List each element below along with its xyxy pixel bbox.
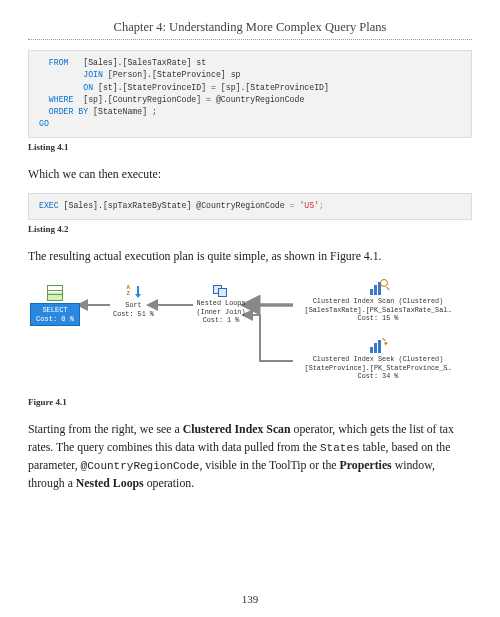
- sql-keyword: EXEC: [39, 201, 59, 210]
- header-rule: [28, 39, 472, 40]
- node-label: Sort: [106, 301, 161, 309]
- paragraph: The resulting actual execution plan is q…: [28, 248, 472, 266]
- plan-node-index-seek: Clustered Index Seek (Clustered) [StateP…: [288, 339, 468, 380]
- sql-keyword: FROM: [49, 58, 69, 67]
- bold-term: Properties: [340, 458, 392, 472]
- sort-icon: AZ: [127, 285, 141, 299]
- sql-keyword: GO: [39, 119, 49, 128]
- code-listing-4-2: EXEC [Sales].[spTaxRateByState] @Country…: [28, 193, 472, 219]
- sql-fragment: [st].[StateProvinceID] = [sp].[StateProv…: [93, 83, 329, 92]
- bold-term: Nested Loops: [76, 476, 144, 490]
- listing-4-1-label: Listing 4.1: [28, 142, 472, 152]
- table-result-icon: [47, 285, 63, 301]
- figure-4-1-label: Figure 4.1: [28, 397, 472, 407]
- nested-loops-icon: [213, 283, 229, 297]
- plan-node-sort: AZ Sort Cost: 51 %: [106, 285, 161, 318]
- sql-fragment: [Sales].[spTaxRateByState]: [59, 201, 197, 210]
- text-run: Starting from the right, we see a: [28, 422, 183, 436]
- text-run: , visible in the ToolTip or the: [199, 458, 339, 472]
- page: Chapter 4: Understanding More Complex Qu…: [0, 0, 500, 617]
- sql-keyword: JOIN: [83, 70, 103, 79]
- clustered-index-seek-icon: [370, 339, 386, 353]
- sql-operator: ;: [319, 201, 324, 210]
- paragraph: Which we can then execute:: [28, 166, 472, 184]
- sql-string: 'US': [299, 201, 319, 210]
- sql-keyword: ORDER BY: [49, 107, 88, 116]
- text-run: operation.: [144, 476, 194, 490]
- sql-fragment: [sp].[CountryRegionCode] = @CountryRegio…: [73, 95, 304, 104]
- plan-node-select: SELECT Cost: 0 %: [30, 285, 80, 326]
- sql-fragment: [StateName] ;: [88, 107, 157, 116]
- node-sublabel: [StateProvince].[PK_StateProvince_S…: [288, 364, 468, 372]
- code-listing-4-1: FROM [Sales].[SalesTaxRate] st JOIN [Per…: [28, 50, 472, 138]
- sql-variable: @CountryRegionCode: [196, 201, 284, 210]
- listing-4-2-label: Listing 4.2: [28, 224, 472, 234]
- sql-fragment: [Person].[StateProvince] sp: [103, 70, 241, 79]
- node-cost: Cost: 15 %: [288, 314, 468, 322]
- node-label: Nested Loops: [186, 299, 256, 307]
- sql-keyword: WHERE: [49, 95, 74, 104]
- code-inline: States: [320, 442, 360, 454]
- node-label: Clustered Index Scan (Clustered): [288, 297, 468, 305]
- code-inline: @CountryRegionCode: [81, 460, 200, 472]
- select-cost-box: SELECT Cost: 0 %: [30, 303, 80, 326]
- plan-node-nested-loops: Nested Loops (Inner Join) Cost: 1 %: [186, 283, 256, 324]
- node-cost: Cost: 0 %: [35, 315, 75, 323]
- plan-node-index-scan: Clustered Index Scan (Clustered) [SalesT…: [288, 281, 468, 322]
- bold-term: Clustered Index Scan: [183, 422, 291, 436]
- sql-fragment: [Sales].[SalesTaxRate] st: [68, 58, 206, 67]
- node-label: SELECT: [35, 306, 75, 314]
- page-number: 139: [0, 593, 500, 605]
- node-cost: Cost: 51 %: [106, 310, 161, 318]
- paragraph: Starting from the right, we see a Cluste…: [28, 421, 472, 492]
- node-sublabel: [SalesTaxRate].[PK_SalesTaxRate_Sal…: [288, 306, 468, 314]
- sql-keyword: ON: [83, 83, 93, 92]
- node-label: Clustered Index Seek (Clustered): [288, 355, 468, 363]
- node-cost: Cost: 34 %: [288, 372, 468, 380]
- chapter-title: Chapter 4: Understanding More Complex Qu…: [28, 20, 472, 35]
- node-sublabel: (Inner Join): [186, 308, 256, 316]
- sql-operator: =: [285, 201, 300, 210]
- execution-plan-diagram: SELECT Cost: 0 % AZ Sort Cost: 51 % Nest…: [28, 275, 472, 395]
- clustered-index-scan-icon: [370, 281, 386, 295]
- node-cost: Cost: 1 %: [186, 316, 256, 324]
